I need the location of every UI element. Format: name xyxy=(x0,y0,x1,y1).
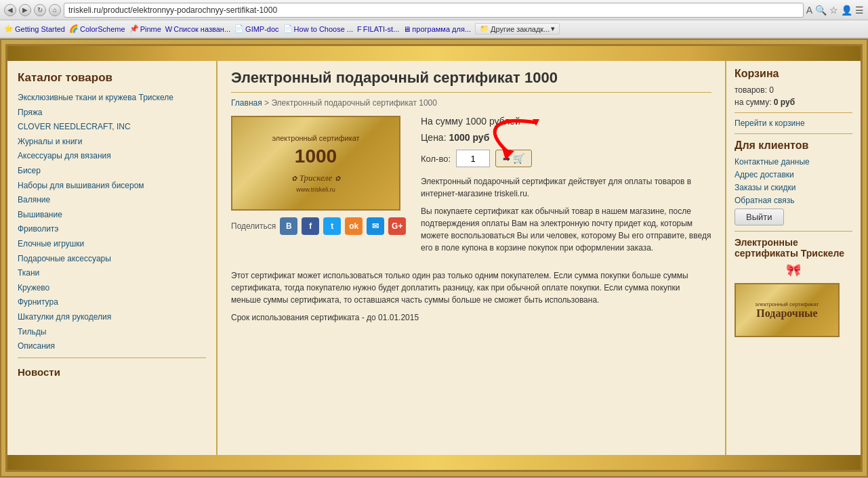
share-vk-button[interactable]: В xyxy=(280,217,297,235)
go-to-cart-link[interactable]: Перейти к корзине xyxy=(735,118,852,128)
cert-section-title: Электронные сертификаты Трискеле xyxy=(735,237,852,259)
price-label: Цена: xyxy=(421,132,447,143)
share-mm-button[interactable]: ✉ xyxy=(367,217,384,235)
price-value: 1000 руб xyxy=(449,132,489,143)
annotation-container: ➡ 🛒 xyxy=(495,150,532,167)
search-icon[interactable]: 🔍 xyxy=(815,5,827,16)
ornament-bottom xyxy=(7,455,861,470)
product-info: На сумму 1000 рублей Цена: 1000 руб Кол-… xyxy=(421,116,711,259)
product-price: Цена: 1000 руб xyxy=(421,132,711,143)
qty-input[interactable] xyxy=(456,150,490,167)
sum-label: на сумму: xyxy=(735,97,771,107)
cert-thumbnail[interactable]: электронный сертификат Подарочные xyxy=(735,283,840,337)
star-icon[interactable]: ☆ xyxy=(829,5,838,16)
cert-bow-icon: 🎀 xyxy=(735,263,852,278)
sidebar-item-frivolite[interactable]: Фриволитэ xyxy=(18,224,206,235)
bookmark-filati[interactable]: F FILATI-st... xyxy=(357,25,399,33)
product-desc-1: Электронный подарочный сертификат действ… xyxy=(421,175,711,200)
reload-button[interactable]: ↻ xyxy=(34,4,46,16)
rs-divider-2 xyxy=(735,133,852,134)
orders-link[interactable]: Заказы и скидки xyxy=(735,183,852,192)
sidebar-item-beads[interactable]: Бисер xyxy=(18,166,206,177)
news-title: Новости xyxy=(18,366,206,378)
sum-value: 0 руб xyxy=(774,97,795,107)
right-sidebar: Корзина товаров: 0 на сумму: 0 руб Перей… xyxy=(725,61,861,455)
forward-button[interactable]: ▶ xyxy=(19,4,31,16)
bookmark-howto[interactable]: 📄 How to Choose ... xyxy=(283,24,353,33)
sidebar-item-bead-sets[interactable]: Наборы для вышивания бисером xyxy=(18,181,206,192)
catalog-title: Каталог товаров xyxy=(18,71,206,85)
sidebar-item-journals[interactable]: Журналы и книги xyxy=(18,137,206,148)
sidebar-item-tilde[interactable]: Тильды xyxy=(18,327,206,338)
bookmark-getting-started[interactable]: ⭐ Getting Started xyxy=(4,24,65,33)
product-desc-4: Срок использования сертификата - до 01.0… xyxy=(231,311,711,324)
acrobat-icon: A xyxy=(806,5,812,16)
bookmark-pinme[interactable]: 📌 Pinme xyxy=(129,24,161,33)
clients-title: Для клиентов xyxy=(735,139,852,152)
bookmark-programa[interactable]: 🖥 программа для... xyxy=(403,25,471,33)
logout-button[interactable]: Выйти xyxy=(735,209,784,225)
cart-icon: 🛒 xyxy=(513,153,524,164)
share-fb-button[interactable]: f xyxy=(302,217,319,235)
sidebar-item-descriptions[interactable]: Описания xyxy=(18,341,206,352)
sidebar-item-clover[interactable]: CLOVER NEEDLECRAFT, INC xyxy=(18,122,206,133)
user-icon[interactable]: 👤 xyxy=(841,5,852,16)
sidebar-divider xyxy=(18,357,206,358)
bookmark-colorscheme[interactable]: 🌈 ColorScheme xyxy=(69,24,125,33)
back-button[interactable]: ◀ xyxy=(4,4,16,16)
rs-divider-3 xyxy=(735,231,852,232)
sidebar-item-boxes[interactable]: Шкатулки для рукоделия xyxy=(18,312,206,323)
share-ok-button[interactable]: ok xyxy=(345,217,363,235)
breadcrumb: Главная > Электронный подарочный сертифи… xyxy=(231,98,711,108)
sidebar-item-felting[interactable]: Валяние xyxy=(18,195,206,206)
home-button[interactable]: ⌂ xyxy=(49,4,61,16)
bookmark-gimp[interactable]: 📄 GIMP-doc xyxy=(234,24,279,33)
browser-icons: A 🔍 ☆ 👤 ☰ xyxy=(806,5,864,16)
cert-label: электронный сертификат xyxy=(272,134,359,142)
feedback-link[interactable]: Обратная связь xyxy=(735,196,852,205)
sidebar-item-fittings[interactable]: Фурнитура xyxy=(18,297,206,308)
bookmark-list[interactable]: W Список назван... xyxy=(165,25,230,33)
cert-site: www.triskeli.ru xyxy=(296,186,335,193)
sidebar-item-xmas[interactable]: Елочные игрушки xyxy=(18,239,206,250)
product-desc-3: Этот сертификат может использоваться тол… xyxy=(231,269,711,306)
rs-divider-1 xyxy=(735,112,852,113)
items-count: 0 xyxy=(769,85,774,95)
share-section: Поделиться В f t ok ✉ G+ xyxy=(231,217,407,235)
product-sum: На сумму 1000 рублей xyxy=(421,116,711,127)
sidebar-item-lace[interactable]: Кружево xyxy=(18,283,206,294)
page-frame: Каталог товаров Эксклюзивные ткани и кру… xyxy=(5,44,863,472)
items-label: товаров: xyxy=(735,85,767,95)
cart-arrow-icon: ➡ xyxy=(503,154,510,164)
qty-row: Кол-во: ➡ 🛒 xyxy=(421,150,711,167)
sidebar-item-fabrics[interactable]: Ткани xyxy=(18,268,206,279)
bookmarks-bar: ⭐ Getting Started 🌈 ColorScheme 📌 Pinme … xyxy=(0,20,868,38)
cert-thumb-label: электронный сертификат xyxy=(756,301,819,307)
contacts-link[interactable]: Контактные данные xyxy=(735,157,852,167)
bookmark-other-folder[interactable]: 📁 Другие закладк... ▾ xyxy=(475,23,560,35)
delivery-link[interactable]: Адрес доставки xyxy=(735,170,852,179)
share-twitter-button[interactable]: t xyxy=(323,217,341,235)
address-text: triskeli.ru/product/elektronnyy-podaroch… xyxy=(68,5,277,15)
breadcrumb-sep: > xyxy=(264,98,271,108)
address-bar[interactable]: triskeli.ru/product/elektronnyy-podaroch… xyxy=(64,3,804,18)
product-image: электронный сертификат 1000 ✿ Трискеле ✿… xyxy=(231,116,400,211)
menu-icon[interactable]: ☰ xyxy=(855,5,864,16)
breadcrumb-current: Электронный подарочный сертификат 1000 xyxy=(271,98,437,108)
sidebar-item-exclusive[interactable]: Эксклюзивные ткани и кружева Трискеле xyxy=(18,93,206,104)
browser-chrome: ◀ ▶ ↻ ⌂ triskeli.ru/product/elektronnyy-… xyxy=(0,0,868,39)
page-wrapper: Каталог товаров Эксклюзивные ткани и кру… xyxy=(0,39,868,477)
share-label: Поделиться xyxy=(231,221,276,231)
add-to-cart-button[interactable]: ➡ 🛒 xyxy=(495,150,532,167)
left-sidebar: Каталог товаров Эксклюзивные ткани и кру… xyxy=(7,61,218,455)
share-gplus-button[interactable]: G+ xyxy=(388,217,406,235)
sidebar-item-gift-acc[interactable]: Подарочные аксессуары xyxy=(18,254,206,265)
breadcrumb-home[interactable]: Главная xyxy=(231,98,262,108)
product-area: электронный сертификат 1000 ✿ Трискеле ✿… xyxy=(231,116,711,259)
sidebar-item-embroidery[interactable]: Вышивание xyxy=(18,210,206,221)
sidebar-item-accessories[interactable]: Аксессуары для вязания xyxy=(18,151,206,162)
cert-amount: 1000 xyxy=(295,146,337,167)
sidebar-item-yarn[interactable]: Пряжа xyxy=(18,108,206,118)
content-area: Каталог товаров Эксклюзивные ткани и кру… xyxy=(7,61,861,455)
cart-sum-line: на сумму: 0 руб xyxy=(735,97,852,107)
